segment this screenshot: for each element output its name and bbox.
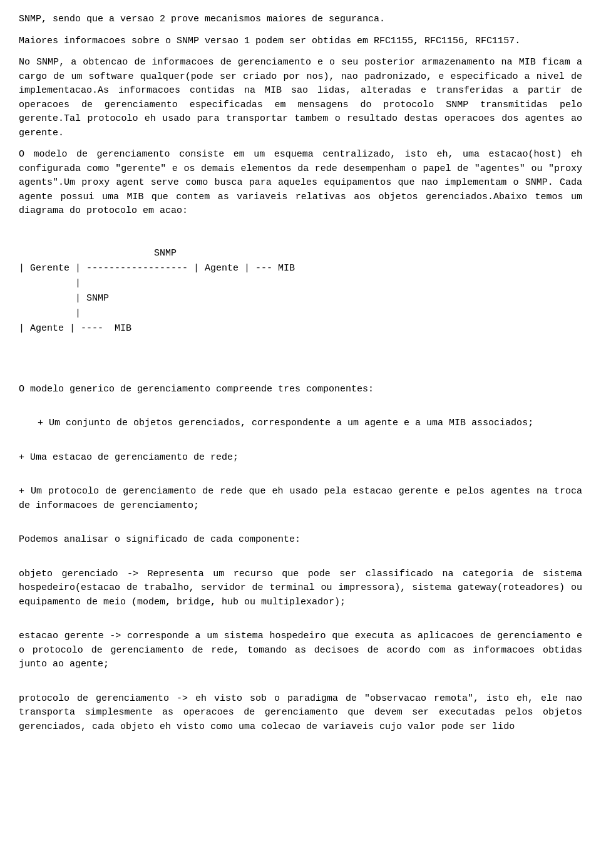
paragraph-5: O modelo generico de gerenciamento compr… — [19, 383, 582, 397]
paragraph-6: + Um conjunto de objetos gerenciados, co… — [19, 416, 582, 431]
paragraph-7: + Uma estacao de gerenciamento de rede; — [19, 451, 582, 465]
paragraph-2: Maiores informacoes sobre o SNMP versao … — [19, 34, 582, 49]
snmp-diagram: SNMP | Gerente | ------------------ | Ag… — [19, 231, 582, 351]
spacer-2 — [19, 404, 582, 416]
paragraph-11: estacao gerente -> corresponde a um sist… — [19, 629, 582, 672]
paragraph-10: objeto gerenciado -> Representa um recur… — [19, 567, 582, 610]
paragraph-1: SNMP, sendo que a versao 2 prove mecanis… — [19, 13, 582, 27]
spacer-8 — [19, 679, 582, 692]
diagram-line3: | — [19, 278, 81, 289]
diagram-line1: SNMP — [41, 248, 177, 259]
spacer-3 — [19, 438, 582, 451]
spacer-5 — [19, 520, 582, 533]
diagram-line2: | Gerente | ------------------ | Agente … — [19, 263, 295, 274]
diagram-line4: | SNMP — [19, 293, 109, 304]
paragraph-12: protocolo de gerenciamento -> eh visto s… — [19, 692, 582, 735]
main-content: SNMP, sendo que a versao 2 prove mecanis… — [19, 13, 582, 734]
paragraph-3: No SNMP, a obtencao de informacoes de ge… — [19, 56, 582, 140]
diagram-line5: | — [19, 308, 81, 319]
paragraph-4: O modelo de gerenciamento consiste em um… — [19, 148, 582, 219]
paragraph-8: + Um protocolo de gerenciamento de rede … — [19, 485, 582, 513]
paragraph-9: Podemos analisar o significado de cada c… — [19, 533, 582, 547]
spacer-1 — [19, 370, 582, 383]
spacer-7 — [19, 617, 582, 629]
spacer-6 — [19, 555, 582, 567]
diagram-line6: | Agente | ---- MIB — [19, 323, 131, 334]
spacer-4 — [19, 472, 582, 485]
